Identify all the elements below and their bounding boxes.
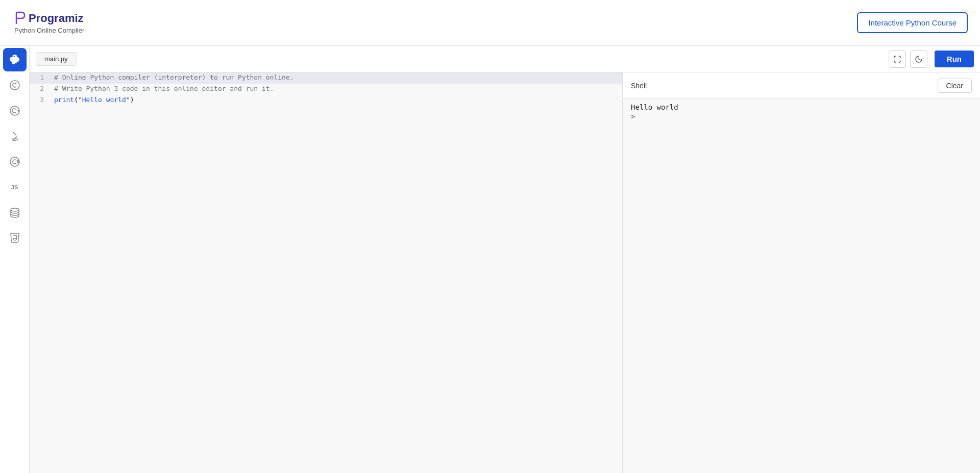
shell-output: Hello world > [623,99,980,473]
interactive-python-course-button[interactable]: Interactive Python Course [857,12,968,33]
programiz-logo-icon [12,11,27,26]
line-content-2: # Write Python 3 code in this online edi… [50,84,622,93]
sql-icon [9,207,21,219]
editor-toolbar: main.py Run [30,46,980,72]
python-icon [9,54,21,66]
editor-area: main.py Run 1 # Online Python compiler (… [30,46,980,473]
logo-area: Programiz Python Online Compiler [12,11,84,34]
code-line-1: 1 # Online Python compiler (interpreter)… [30,72,622,84]
clear-button[interactable]: Clear [938,79,972,93]
line-number-1: 1 [30,72,50,81]
sidebar-item-cpp[interactable] [3,99,27,122]
c-icon [9,79,21,91]
line-number-2: 2 [30,84,50,92]
shell-toolbar: Shell Clear [623,72,980,99]
editor-shell-container: 1 # Online Python compiler (interpreter)… [30,72,980,473]
line-content-1: # Online Python compiler (interpreter) t… [50,72,622,82]
js-label: JS [11,184,18,190]
sidebar-item-c[interactable] [3,73,27,97]
sidebar: JS [0,46,30,473]
code-line-2: 2 # Write Python 3 code in this online e… [30,84,622,95]
run-button[interactable]: Run [935,51,974,67]
svg-point-0 [10,81,19,90]
keyword-print: print [54,96,74,104]
sidebar-item-html[interactable] [3,227,27,250]
theme-toggle-button[interactable] [910,51,927,68]
csharp-icon [9,156,21,168]
shell-output-line-1: Hello world [631,103,972,111]
svg-point-3 [11,208,19,211]
logo-text: Programiz [29,12,84,25]
sidebar-item-csharp[interactable] [3,150,27,173]
fullscreen-icon [893,55,901,63]
shell-panel: Shell Clear Hello world > [623,72,980,473]
code-line-3: 3 print("Hello world") [30,95,622,106]
header: Programiz Python Online Compiler Interac… [0,0,980,46]
file-tab[interactable]: main.py [36,52,77,66]
code-editor[interactable]: 1 # Online Python compiler (interpreter)… [30,72,623,473]
logo-subtitle: Python Online Compiler [14,27,84,34]
fullscreen-button[interactable] [889,51,906,68]
line-content-3: print("Hello world") [50,95,622,105]
shell-label: Shell [631,82,647,90]
cpp-icon [9,105,21,117]
moon-icon [915,55,923,63]
java-icon [9,130,21,142]
sidebar-item-js[interactable]: JS [3,176,27,199]
sidebar-item-java[interactable] [3,125,27,148]
main-layout: JS main.py [0,46,980,473]
sidebar-item-sql[interactable] [3,201,27,225]
sidebar-item-python[interactable] [3,48,27,71]
shell-prompt-line: > [631,112,972,120]
html-icon [9,232,21,244]
string-hello-world: "Hello world" [78,96,130,104]
line-number-3: 3 [30,95,50,104]
logo-title: Programiz [12,11,84,26]
